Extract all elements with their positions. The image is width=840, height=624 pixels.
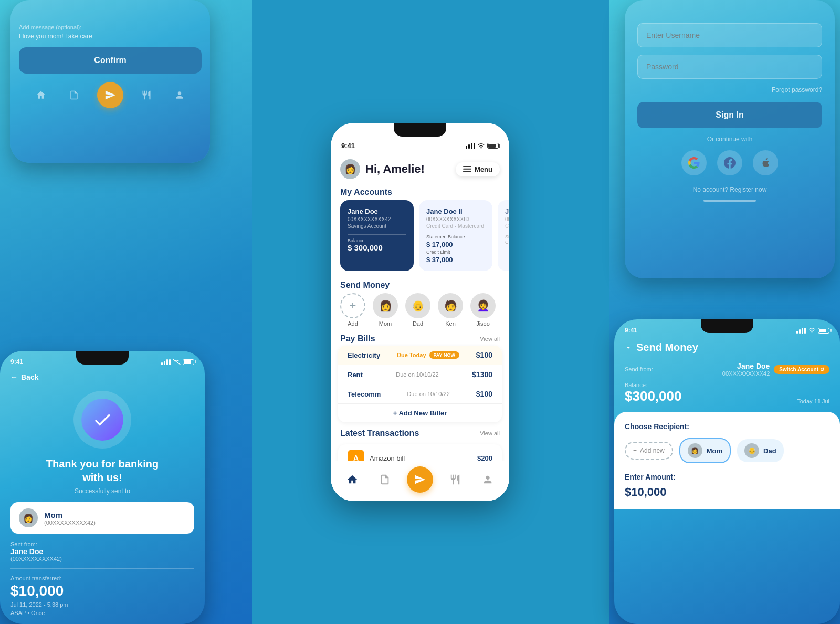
greeting-section: 👩 Hi, Amelie! — [340, 159, 425, 179]
nav-send-center-icon[interactable] — [97, 82, 123, 108]
phone-right-top: Forgot password? Sign In Or continue wit… — [625, 0, 835, 278]
nav-profile[interactable] — [477, 469, 498, 490]
or-continue-text: Or continue with — [637, 136, 822, 143]
forgot-password-link[interactable]: Forgot password? — [637, 86, 822, 93]
menu-button[interactable]: Menu — [456, 162, 500, 176]
username-input[interactable] — [637, 23, 822, 47]
phone-right-bottom: 9:41 Send Money Send from: — [614, 319, 840, 624]
battery-icon — [487, 143, 499, 149]
amount-label: Amount transferred: — [0, 575, 205, 581]
pay-bills-list: Electricity Due Today PAY NOW $100 Rent … — [338, 346, 502, 422]
user-avatar: 👩 — [340, 159, 360, 179]
pay-now-badge[interactable]: PAY NOW — [429, 351, 459, 359]
accounts-title: My Accounts — [331, 183, 509, 200]
rb-choose-label: Choose Recipient: — [625, 422, 830, 431]
send-contact-ken[interactable]: 🧑 Ken — [438, 293, 463, 327]
rt-home-bar — [704, 200, 756, 202]
switch-account-button[interactable]: Switch Account ↺ — [774, 365, 830, 374]
pay-bills-view-all[interactable]: View all — [480, 336, 500, 342]
send-contact-jisoo[interactable]: 👩‍🦱 Jisoo — [470, 293, 496, 327]
confirm-button[interactable]: Confirm — [19, 47, 202, 74]
nav-analytics[interactable] — [445, 469, 466, 490]
send-money-contacts: + Add 👩 Mom 👴 Dad 🧑 Ken 👩‍🦱 Jisoo — [331, 293, 509, 332]
bill-row-telecomm[interactable]: Telecomm Due on 10/10/22 $100 — [338, 384, 502, 404]
rb-balance-date: Today 11 Jul — [797, 398, 830, 404]
back-label: Back — [21, 373, 38, 381]
center-header: 👩 Hi, Amelie! Menu — [331, 152, 509, 183]
google-login-button[interactable] — [681, 150, 707, 175]
greeting-text: Hi, Amelie! — [365, 162, 425, 176]
rb-add-new-button[interactable]: + Add new — [625, 442, 673, 460]
svg-rect-1 — [463, 166, 471, 167]
nav-send-center[interactable] — [407, 466, 433, 493]
ken-avatar: 🧑 — [438, 293, 463, 318]
transactions-header: Latest Transactions View all — [331, 422, 509, 444]
password-input[interactable] — [637, 55, 822, 79]
recipient-name: Mom — [44, 511, 96, 519]
jisoo-avatar: 👩‍🦱 — [470, 293, 496, 318]
success-circle — [74, 391, 131, 449]
nav-bills-icon[interactable] — [64, 85, 85, 106]
notch-rb — [701, 319, 753, 333]
phone-center: 9:41 👩 — [331, 123, 509, 501]
bill-row-electricity[interactable]: Electricity Due Today PAY NOW $100 — [338, 346, 502, 365]
rb-balance-amount: $300,000 — [625, 388, 681, 404]
sign-in-button[interactable]: Sign In — [637, 102, 822, 128]
accounts-list: Jane Doe 00XXXXXXXXX42 Savings Account B… — [331, 200, 509, 276]
nav-user-icon[interactable] — [169, 85, 190, 106]
send-add-contact[interactable]: + Add — [340, 293, 365, 327]
mom-avatar: 👩 — [373, 293, 398, 318]
rb-recipient-mom[interactable]: 👩 Mom — [679, 438, 731, 463]
send-contact-mom[interactable]: 👩 Mom — [373, 293, 398, 327]
plus-icon: + — [633, 447, 637, 454]
account-card-3[interactable]: Jane 00XX Credit Statement... Credit... — [498, 200, 509, 271]
nav-home[interactable] — [342, 469, 363, 490]
bill-row-rent[interactable]: Rent Due on 10/10/22 $1300 — [338, 365, 502, 384]
register-link[interactable]: No account? Register now — [637, 186, 822, 193]
rb-dad-avatar: 👴 — [744, 443, 759, 458]
add-new-label: Add new — [640, 447, 665, 454]
account-card-2[interactable]: Jane Doe II 00XXXXXXXXX83 Credit Card - … — [419, 200, 492, 271]
bottom-nav — [331, 461, 509, 501]
add-contact-button[interactable]: + — [340, 293, 365, 318]
rb-sender-name: Jane Doe — [722, 362, 770, 370]
menu-label: Menu — [475, 165, 492, 173]
nav-home-icon[interactable] — [30, 85, 51, 106]
send-money-title: Send Money — [331, 276, 509, 293]
add-biller-button[interactable]: + Add New Biller — [338, 404, 502, 422]
app-layout: Add message (optional): I love you mom! … — [0, 0, 840, 624]
rb-balance-row: Balance: $300,000 Today 11 Jul — [614, 382, 840, 412]
rb-recipient-dad[interactable]: 👴 Dad — [737, 439, 784, 462]
apple-login-button[interactable] — [753, 150, 778, 175]
transactions-title: Latest Transactions — [340, 425, 419, 441]
success-subtitle: Successfully sent to — [0, 487, 205, 495]
check-icon — [81, 399, 123, 441]
facebook-login-button[interactable] — [717, 150, 742, 175]
rb-time: 9:41 — [625, 327, 637, 334]
lb-time: 9:41 — [10, 358, 23, 366]
message-label: Add message (optional): — [19, 24, 202, 30]
notch-center — [394, 123, 446, 137]
message-value: I love you mom! Take care — [19, 33, 202, 40]
send-contact-dad[interactable]: 👴 Dad — [405, 293, 430, 327]
rb-sender-acc: 00XXXXXXXXX42 — [722, 370, 770, 377]
account-name-1: Jane Doe — [348, 207, 406, 215]
success-title: Thank you for banking with us! — [0, 457, 205, 484]
rb-send-from: Send from: Jane Doe 00XXXXXXXXX42 Switch… — [614, 362, 840, 382]
signal-bars — [466, 143, 475, 149]
nav-bills[interactable] — [374, 469, 395, 490]
sender-name: Jane Doe — [10, 547, 194, 556]
transactions-view-all[interactable]: View all — [480, 430, 500, 436]
nav-chart-icon[interactable] — [136, 85, 157, 106]
svg-point-4 — [811, 331, 813, 333]
left-top-content: Add message (optional): I love you mom! … — [10, 0, 210, 163]
account-card-1[interactable]: Jane Doe 00XXXXXXXXX42 Savings Account B… — [340, 200, 414, 271]
sent-from-label: Sent from: — [10, 541, 194, 547]
phone-left-bottom: 9:41 ← Back Thank you for banking with u… — [0, 351, 205, 624]
center-phone-content: 9:41 👩 — [331, 123, 509, 501]
social-login-row — [637, 150, 822, 175]
notch-lb — [76, 351, 129, 365]
sent-from-section: Sent from: Jane Doe (00XXXXXXXXX42) — [0, 541, 205, 562]
back-button[interactable]: ← Back — [0, 369, 205, 386]
sender-acc: (00XXXXXXXXX42) — [10, 556, 194, 562]
